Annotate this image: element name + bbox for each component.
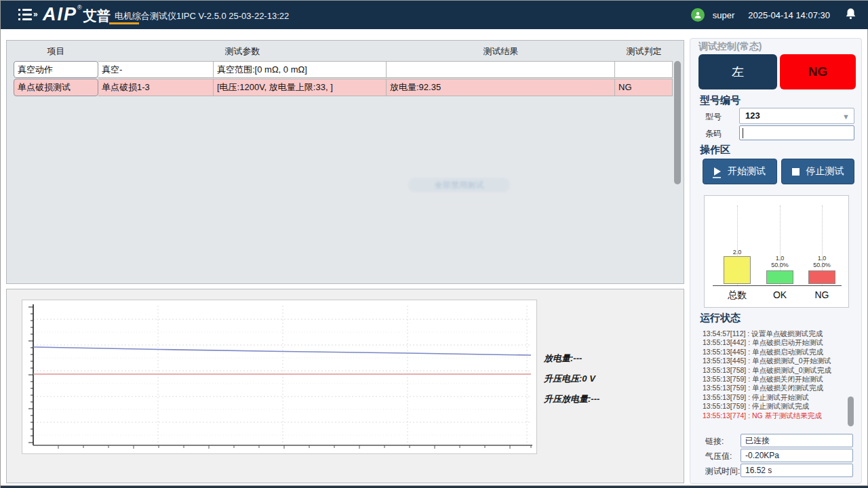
col-header-params: 测试参数 bbox=[98, 45, 387, 58]
start-test-button[interactable]: 开始测试 bbox=[703, 159, 777, 184]
bar-ng bbox=[808, 270, 835, 285]
log-line: 13:55:13[758] : 单点破损测试_0测试完成 bbox=[703, 366, 854, 375]
log-line: 13:55:13[759] : 单点破损关闭测试完成 bbox=[703, 384, 854, 392]
bar-value-total: 2.0 bbox=[718, 249, 756, 256]
side-left-button[interactable]: 左 bbox=[698, 54, 777, 89]
debug-control-title: 调试控制(常态) bbox=[698, 41, 762, 53]
col-header-judgement: 测试判定 bbox=[615, 45, 673, 58]
user-cluster: super 2025-04-14 14:07:30 bbox=[691, 1, 856, 29]
cell-item[interactable]: 单点破损测试 bbox=[14, 79, 98, 96]
stop-test-button[interactable]: 停止测试 bbox=[781, 159, 854, 184]
log-line: 13:55:13[759] : 停止测试测试完成 bbox=[703, 402, 854, 411]
cell-param-value[interactable]: 真空范围:[0 mΩ, 0 mΩ] bbox=[214, 61, 387, 78]
boost-voltage-trace bbox=[33, 347, 531, 355]
waveform-chart bbox=[22, 300, 537, 454]
chevron-down-icon: ▼ bbox=[842, 109, 850, 124]
discharge-readout: 放电量:--- bbox=[544, 352, 582, 365]
menu-icon[interactable]: » bbox=[18, 9, 39, 21]
pressure-label: 气压值: bbox=[705, 451, 732, 462]
notification-bell-icon[interactable] bbox=[845, 7, 856, 22]
start-test-label: 开始测试 bbox=[728, 165, 766, 178]
bar-ok bbox=[766, 270, 793, 285]
test-time-field: 16.52 s bbox=[741, 464, 853, 477]
top-bar: » AIP®艾普 电机综合测试仪1IPC V-2.5.0 25-03-22-13… bbox=[1, 1, 868, 29]
ghost-hint-text: 全部禁用测试 bbox=[408, 178, 510, 192]
registered-mark: ® bbox=[77, 4, 82, 11]
text-cursor bbox=[743, 128, 743, 138]
brand-logo-text: AIP bbox=[43, 4, 77, 24]
cell-param-name[interactable]: 单点破损1-3 bbox=[98, 79, 214, 96]
model-label: 型号 bbox=[705, 111, 722, 123]
bar-value-ok: 1.050.0% bbox=[761, 255, 799, 268]
brand-logo-underline bbox=[109, 22, 139, 24]
barcode-input[interactable] bbox=[739, 125, 854, 140]
control-panel: 调试控制(常态) 左 NG 型号编号 型号 123 ▼ 条码 操作区 开始测试 … bbox=[690, 38, 862, 484]
chevron-right-icon: » bbox=[33, 9, 38, 19]
waveform-panel: 放电量:--- 升压电压:0 V 升压放电量:--- bbox=[6, 289, 684, 483]
cell-param-value[interactable]: [电压:1200V, 放电量上限:33, ] bbox=[214, 79, 387, 96]
bar-category-ok: OK bbox=[761, 289, 799, 300]
cell-judgement[interactable] bbox=[615, 61, 673, 78]
log-line-error: 13:55:13[774] : NG 基于测试结果完成 bbox=[703, 411, 854, 420]
log-line: 13:54:57[112] : 设置单点破损测试完成 bbox=[703, 329, 854, 338]
log-line: 13:55:13[442] : 单点破损启动开始测试 bbox=[703, 338, 854, 347]
run-status-title: 运行状态 bbox=[700, 312, 741, 325]
operation-section-title: 操作区 bbox=[700, 144, 730, 157]
link-status-field: 已连接 bbox=[741, 434, 853, 447]
play-icon-baseline bbox=[713, 177, 721, 178]
table-row[interactable]: 单点破损测试 单点破损1-3 [电压:1200V, 放电量上限:33, ] 放电… bbox=[14, 79, 673, 96]
run-status-log[interactable]: 13:54:57[112] : 设置单点破损测试完成 13:55:13[442]… bbox=[703, 329, 854, 430]
log-line: 13:55:13[445] : 单点破损测试_0开始测试 bbox=[703, 357, 854, 365]
bar-category-total: 总数 bbox=[718, 289, 756, 302]
col-header-item: 项目 bbox=[14, 45, 98, 58]
cell-item[interactable]: 真空动作 bbox=[14, 61, 98, 78]
brand-logo: AIP®艾普 bbox=[43, 4, 111, 27]
stats-bar-chart: 2.0 1.050.0% 1.050.0% 总数 OK NG bbox=[704, 195, 849, 308]
stop-test-label: 停止测试 bbox=[806, 165, 844, 178]
bar-total bbox=[724, 256, 751, 284]
test-time-label: 测试时间: bbox=[705, 466, 740, 477]
log-line: 13:55:13[759] : 停止测试开始测试 bbox=[703, 393, 854, 402]
datetime: 2025-04-14 14:07:30 bbox=[748, 10, 830, 20]
brand-logo-cn: 艾普 bbox=[83, 8, 111, 23]
ng-result-button[interactable]: NG bbox=[780, 54, 856, 89]
cell-result[interactable] bbox=[387, 61, 615, 78]
log-scrollbar-thumb[interactable] bbox=[848, 396, 854, 426]
cell-judgement[interactable]: NG bbox=[615, 79, 673, 96]
pressure-value-field: -0.20KPa bbox=[741, 449, 853, 462]
user-name: super bbox=[713, 10, 735, 20]
app-window: » AIP®艾普 电机综合测试仪1IPC V-2.5.0 25-03-22-13… bbox=[0, 0, 868, 488]
play-icon bbox=[714, 167, 721, 176]
model-section-title: 型号编号 bbox=[700, 94, 741, 107]
boost-discharge-readout: 升压放电量:--- bbox=[544, 393, 599, 405]
stop-icon bbox=[792, 168, 800, 176]
barcode-label: 条码 bbox=[705, 128, 722, 140]
log-line: 13:55:13[759] : 单点破损关闭开始测试 bbox=[703, 375, 854, 384]
cell-param-name[interactable]: 真空- bbox=[98, 61, 214, 78]
bar-category-ng: NG bbox=[803, 289, 841, 300]
test-results-table: 项目 测试参数 测试结果 测试判定 真空动作 真空- 真空范围:[0 mΩ, 0… bbox=[6, 40, 684, 284]
window-bottom-edge bbox=[1, 485, 868, 488]
link-label: 链接: bbox=[705, 436, 724, 447]
table-scrollbar[interactable] bbox=[673, 61, 682, 291]
stats-x-axis bbox=[713, 285, 842, 286]
model-select[interactable]: 123 ▼ bbox=[739, 108, 854, 124]
boost-voltage-readout: 升压电压:0 V bbox=[544, 373, 595, 385]
table-scrollbar-thumb[interactable] bbox=[674, 61, 681, 184]
log-line: 13:55:13[445] : 单点破损启动测试完成 bbox=[703, 348, 854, 357]
col-header-result: 测试结果 bbox=[387, 45, 615, 58]
app-title: 电机综合测试仪1IPC V-2.5.0 25-03-22-13:22 bbox=[115, 10, 289, 22]
user-avatar-icon[interactable] bbox=[691, 8, 705, 22]
bar-value-ng: 1.050.0% bbox=[803, 255, 841, 268]
table-row[interactable]: 真空动作 真空- 真空范围:[0 mΩ, 0 mΩ] bbox=[14, 61, 673, 78]
cell-result[interactable]: 放电量:92.35 bbox=[387, 79, 615, 96]
model-select-value: 123 bbox=[745, 110, 760, 121]
